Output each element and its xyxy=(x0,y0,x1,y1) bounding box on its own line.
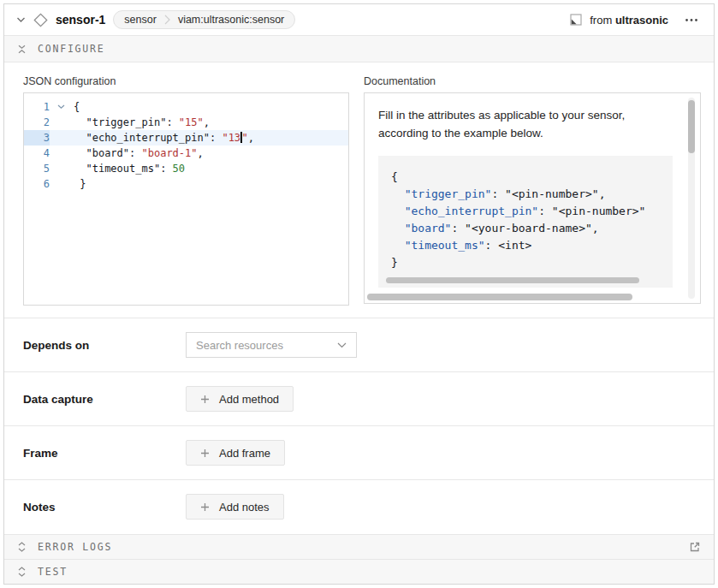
component-diamond-icon xyxy=(33,13,48,27)
notes-row: Notes Add notes xyxy=(4,479,714,533)
add-notes-label: Add notes xyxy=(219,501,270,514)
plus-icon xyxy=(200,502,210,512)
test-section-bar[interactable]: TEST xyxy=(4,559,714,584)
json-config-label: JSON configuration xyxy=(23,75,349,87)
doc-vscrollbar-track[interactable] xyxy=(688,98,695,299)
notes-label: Notes xyxy=(23,501,186,514)
data-capture-row: Data capture Add method xyxy=(4,371,714,425)
frame-label: Frame xyxy=(23,447,186,460)
doc-code-line: { xyxy=(391,169,673,186)
documentation-section: Documentation Fill in the attributes as … xyxy=(364,75,701,306)
doc-vscrollbar-thumb[interactable] xyxy=(688,100,695,153)
configure-section-bar[interactable]: CONFIGURE xyxy=(4,36,714,62)
depends-on-row: Depends on Search resources xyxy=(4,318,714,371)
component-name: sensor-1 xyxy=(56,13,105,27)
documentation-code-lines: { "trigger_pin": "<pin-number>", "echo_i… xyxy=(391,169,673,271)
depends-on-placeholder: Search resources xyxy=(196,339,283,352)
attribute-rows: Depends on Search resources Data capture… xyxy=(4,318,714,533)
doc-code-line: } xyxy=(391,254,673,271)
editor-line[interactable]: 4 "board": "board-1", xyxy=(24,146,348,161)
add-frame-label: Add frame xyxy=(219,447,270,460)
doc-hscrollbar-thumb[interactable] xyxy=(367,294,632,300)
documentation-code-block: { "trigger_pin": "<pin-number>", "echo_i… xyxy=(378,156,673,288)
code-block-hscrollbar[interactable] xyxy=(386,277,639,283)
doc-code-line: "echo_interrupt_pin": "<pin-number>" xyxy=(391,203,673,220)
badge-model-label: viam:ultrasonic:sensor xyxy=(178,14,284,26)
open-logs-external-icon[interactable] xyxy=(689,541,701,553)
frame-row: Frame Add frame xyxy=(4,425,714,479)
editor-line[interactable]: 2 "trigger_pin": "15", xyxy=(24,115,348,130)
doc-code-line: "board": "<your-board-name>", xyxy=(391,220,673,237)
from-prefix: from xyxy=(590,14,612,27)
error-logs-label: ERROR LOGS xyxy=(38,541,112,553)
module-icon xyxy=(570,14,582,26)
more-menu-button[interactable] xyxy=(681,16,702,24)
config-panels: JSON configuration 1{2 "trigger_pin": "1… xyxy=(4,62,714,306)
add-frame-button[interactable]: Add frame xyxy=(186,440,285,466)
configure-section-label: CONFIGURE xyxy=(38,43,105,55)
depends-on-select[interactable]: Search resources xyxy=(186,332,357,358)
documentation-intro: Fill in the attributes as applicable to … xyxy=(378,107,674,143)
editor-line[interactable]: 1{ xyxy=(24,99,348,115)
doc-code-line: "timeout_ms": <int> xyxy=(391,237,673,254)
chevron-down-icon[interactable] xyxy=(16,16,26,23)
documentation-label: Documentation xyxy=(364,75,701,87)
configure-content: JSON configuration 1{2 "trigger_pin": "1… xyxy=(4,62,714,534)
data-capture-label: Data capture xyxy=(23,393,186,406)
expand-vertical-icon[interactable] xyxy=(17,567,27,577)
from-module-label: from ultrasonic xyxy=(590,14,668,27)
documentation-panel: Fill in the attributes as applicable to … xyxy=(364,92,701,304)
select-chevron-icon xyxy=(337,342,347,348)
editor-line[interactable]: 6 } xyxy=(24,176,348,192)
add-notes-button[interactable]: Add notes xyxy=(186,494,284,520)
json-config-panel: JSON configuration 1{2 "trigger_pin": "1… xyxy=(23,75,349,306)
badge-separator-chevron-icon xyxy=(164,15,170,25)
depends-on-label: Depends on xyxy=(23,339,186,352)
editor-line[interactable]: 3 "echo_interrupt_pin": "13", xyxy=(24,130,348,146)
add-method-label: Add method xyxy=(219,393,279,406)
component-header: sensor-1 sensor viam:ultrasonic:sensor f… xyxy=(4,4,714,36)
component-card: sensor-1 sensor viam:ultrasonic:sensor f… xyxy=(3,3,715,585)
from-module-name: ultrasonic xyxy=(615,14,668,27)
badge-type-label: sensor xyxy=(124,14,157,26)
plus-icon xyxy=(200,448,210,458)
error-logs-section-bar[interactable]: ERROR LOGS xyxy=(4,534,714,559)
component-type-badge: sensor viam:ultrasonic:sensor xyxy=(113,10,295,29)
plus-icon xyxy=(200,395,210,404)
editor-line[interactable]: 5 "timeout_ms": 50 xyxy=(24,161,348,176)
expand-vertical-icon[interactable] xyxy=(17,542,27,552)
add-method-button[interactable]: Add method xyxy=(186,386,294,412)
test-label: TEST xyxy=(38,566,68,578)
json-editor[interactable]: 1{2 "trigger_pin": "15",3 "echo_interrup… xyxy=(23,92,349,306)
collapse-vertical-icon[interactable] xyxy=(17,45,27,54)
doc-code-line: "trigger_pin": "<pin-number>", xyxy=(391,186,673,203)
